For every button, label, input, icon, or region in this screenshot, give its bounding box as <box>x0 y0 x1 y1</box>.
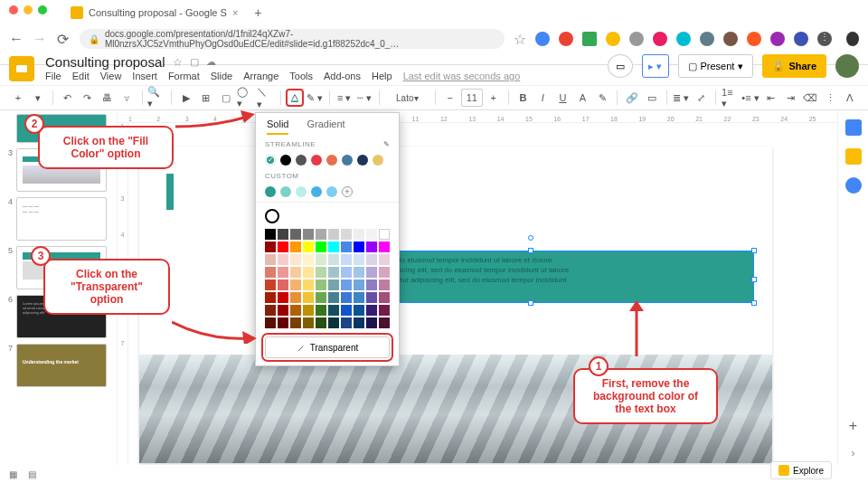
ext-icon[interactable] <box>582 32 597 46</box>
back-icon[interactable]: ← <box>9 31 24 47</box>
color-swatch[interactable] <box>354 305 364 316</box>
color-swatch[interactable] <box>379 242 390 252</box>
ext-icon[interactable] <box>535 32 550 46</box>
color-swatch[interactable] <box>326 186 337 197</box>
color-swatch[interactable] <box>328 229 339 240</box>
color-swatch[interactable] <box>379 317 390 328</box>
color-swatch[interactable] <box>366 229 377 240</box>
color-swatch[interactable] <box>341 317 352 328</box>
collapse-toolbar-icon[interactable]: ᐱ <box>841 89 859 107</box>
outdent-icon[interactable]: ⇤ <box>761 89 779 107</box>
color-swatch[interactable] <box>278 317 288 328</box>
color-swatch[interactable] <box>328 267 339 278</box>
star-doc-icon[interactable]: ☆ <box>173 56 183 69</box>
color-swatch[interactable] <box>265 254 276 265</box>
ext-menu-icon[interactable]: ⋮ <box>817 32 832 46</box>
transparent-button[interactable]: ⟋ Transparent <box>265 336 390 358</box>
color-swatch[interactable] <box>366 242 377 252</box>
color-swatch[interactable] <box>303 292 314 303</box>
address-bar[interactable]: 🔒 docs.google.com/presentation/d/1fnil24… <box>80 29 505 49</box>
resize-handle[interactable] <box>751 248 757 253</box>
text-color-icon[interactable]: A <box>573 89 591 107</box>
color-swatch[interactable] <box>354 254 364 265</box>
font-size-increase[interactable]: + <box>485 89 503 107</box>
more-tools-icon[interactable]: ⋮ <box>821 89 839 107</box>
color-swatch[interactable] <box>290 242 301 252</box>
move-doc-icon[interactable]: ▢ <box>190 56 199 68</box>
menu-edit[interactable]: Edit <box>72 71 90 81</box>
color-swatch[interactable] <box>354 229 364 240</box>
select-tool-icon[interactable]: ▶ <box>177 89 195 107</box>
color-swatch[interactable] <box>311 155 322 166</box>
color-swatch[interactable] <box>379 292 390 303</box>
indent-icon[interactable]: ⇥ <box>781 89 799 107</box>
slideshow-dropdown-icon[interactable]: ▸ ▾ <box>642 54 668 78</box>
color-swatch[interactable] <box>265 186 276 197</box>
link-icon[interactable]: 🔗 <box>623 89 641 107</box>
color-swatch[interactable] <box>366 317 377 328</box>
color-swatch[interactable]: ✓ <box>265 155 276 166</box>
color-swatch[interactable] <box>316 279 326 290</box>
filmstrip-view-icon[interactable]: ▤ <box>28 469 36 479</box>
doc-title[interactable]: Consulting proposal <box>45 54 165 70</box>
slide-thumb[interactable]: — — —— — — <box>16 197 107 241</box>
maximize-window[interactable] <box>38 5 47 14</box>
color-swatch[interactable] <box>366 292 377 303</box>
comment-icon[interactable]: ▭ <box>643 89 661 107</box>
color-swatch[interactable] <box>265 317 276 328</box>
ext-icon[interactable] <box>747 32 761 46</box>
color-swatch[interactable] <box>379 267 390 278</box>
menu-insert[interactable]: Insert <box>132 71 157 81</box>
color-swatch[interactable] <box>311 186 322 197</box>
menu-addons[interactable]: Add-ons <box>324 71 361 81</box>
border-dash-icon[interactable]: ┄ ▾ <box>355 89 373 107</box>
color-swatch[interactable] <box>366 305 377 316</box>
color-swatch[interactable] <box>316 267 326 278</box>
redo-icon[interactable]: ↷ <box>79 89 97 107</box>
numbered-list-icon[interactable]: 1≡ ▾ <box>722 89 740 107</box>
star-icon[interactable]: ☆ <box>514 31 526 48</box>
color-swatch[interactable] <box>265 242 276 252</box>
comments-icon[interactable]: ▭ <box>608 54 633 78</box>
color-swatch[interactable] <box>328 254 339 265</box>
ext-icon[interactable] <box>770 32 785 46</box>
align-icon[interactable]: ≣ ▾ <box>672 89 690 107</box>
color-swatch[interactable] <box>341 242 352 252</box>
rotate-handle[interactable] <box>528 235 533 241</box>
color-swatch[interactable] <box>357 155 368 166</box>
color-swatch[interactable] <box>280 155 291 166</box>
clear-format-icon[interactable]: ⌫ <box>801 89 819 107</box>
underline-icon[interactable]: U <box>553 89 571 107</box>
color-swatch[interactable] <box>290 292 301 303</box>
color-swatch[interactable] <box>265 305 276 316</box>
user-avatar[interactable] <box>835 54 859 78</box>
no-color-swatch[interactable] <box>265 209 279 223</box>
font-selector[interactable]: Lato ▾ <box>384 89 429 107</box>
color-swatch[interactable] <box>328 242 339 252</box>
line-tool-icon[interactable]: ＼ ▾ <box>257 89 275 107</box>
color-swatch[interactable] <box>278 305 288 316</box>
color-swatch[interactable] <box>265 267 276 278</box>
add-addon-icon[interactable]: + <box>845 418 862 434</box>
new-slide-button[interactable]: + <box>9 89 27 107</box>
color-swatch[interactable] <box>379 254 390 265</box>
textbox-tool-icon[interactable]: ⊞ <box>197 89 215 107</box>
resize-handle[interactable] <box>528 300 533 306</box>
explore-button[interactable]: Explore <box>770 461 832 479</box>
font-size-input[interactable]: 11 <box>461 89 483 107</box>
color-swatch[interactable] <box>328 292 339 303</box>
color-swatch[interactable] <box>290 229 301 240</box>
fill-color-button[interactable] <box>286 89 304 107</box>
resize-handle[interactable] <box>751 277 757 282</box>
zoom-icon[interactable]: 🔍 ▾ <box>147 89 165 107</box>
color-swatch[interactable] <box>342 155 353 166</box>
color-swatch[interactable] <box>379 305 390 316</box>
color-swatch[interactable] <box>303 229 314 240</box>
new-tab-icon[interactable]: + <box>254 5 261 20</box>
shape-tool-icon[interactable]: ◯ ▾ <box>237 89 255 107</box>
color-swatch[interactable] <box>326 155 337 166</box>
menu-file[interactable]: File <box>45 71 61 81</box>
color-swatch[interactable] <box>354 267 364 278</box>
color-swatch[interactable] <box>379 279 390 290</box>
close-tab-icon[interactable]: × <box>232 7 238 18</box>
